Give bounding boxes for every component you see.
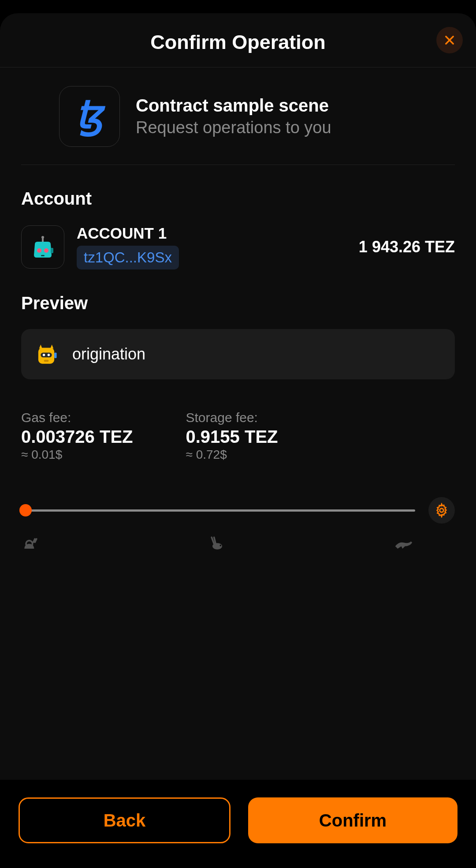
modal-title: Confirm Operation [150,31,326,54]
account-info: ACCOUNT 1 tz1QC...K9Sx [77,224,346,269]
back-button[interactable]: Back [19,797,231,843]
slider-thumb[interactable] [19,504,32,516]
storage-fee-col: Storage fee: 0.9155 TEZ ≈ 0.72$ [186,410,278,462]
modal-footer: Back Confirm [0,780,476,868]
storage-fee-label: Storage fee: [186,410,278,425]
preview-section-title: Preview [21,293,455,313]
fees-row: Gas fee: 0.003726 TEZ ≈ 0.01$ Storage fe… [21,410,455,462]
fee-slider-area [21,497,455,524]
snail-icon [21,534,41,554]
preview-operation-row[interactable]: origination [21,329,455,379]
account-balance: 1 943.26 TEZ [359,238,455,256]
svg-point-18 [220,545,222,546]
account-address-chip[interactable]: tz1QC...K9Sx [77,246,179,269]
dapp-name: Contract sample scene [136,96,331,116]
gas-fee-col: Gas fee: 0.003726 TEZ ≈ 0.01$ [21,410,133,462]
account-name: ACCOUNT 1 [77,224,346,242]
svg-rect-7 [41,255,45,256]
dapp-text: Contract sample scene Request operations… [136,96,331,137]
svg-point-12 [48,354,50,356]
dapp-icon: ꜩ [59,86,120,147]
gas-fee-label: Gas fee: [21,410,133,425]
slider-track [21,509,415,512]
modal-content: ꜩ Contract sample scene Request operatio… [0,67,476,780]
operation-avatar [33,340,60,368]
cheetah-icon [394,534,413,554]
svg-rect-13 [44,360,49,362]
svg-rect-14 [54,352,56,358]
speed-icons-row [21,534,415,554]
operation-type-label: origination [72,345,145,363]
fee-settings-button[interactable] [428,497,455,524]
account-section-title: Account [21,189,455,209]
dapp-info-row: ꜩ Contract sample scene Request operatio… [21,67,455,165]
svg-point-15 [440,509,444,513]
fee-slider[interactable] [21,509,415,512]
tezos-icon: ꜩ [67,94,112,138]
account-avatar [21,225,64,269]
gas-fee-usd: ≈ 0.01$ [21,448,133,462]
robot-yellow-icon [33,341,59,367]
rabbit-icon [208,534,227,554]
storage-fee-usd: ≈ 0.72$ [186,448,278,462]
gear-icon [434,503,449,518]
svg-text:ꜩ: ꜩ [76,94,106,137]
close-button[interactable] [436,27,463,53]
gas-fee-value: 0.003726 TEZ [21,427,133,447]
robot-avatar-icon [29,233,57,261]
dapp-subtitle: Request operations to you [136,118,331,137]
svg-rect-4 [42,238,44,242]
modal-header: Confirm Operation [0,13,476,67]
confirm-operation-modal: Confirm Operation ꜩ Contract sample scen… [0,13,476,868]
confirm-button[interactable]: Confirm [248,797,457,843]
svg-rect-8 [51,248,53,253]
close-icon [443,34,456,46]
svg-point-11 [43,354,45,356]
account-row: ACCOUNT 1 tz1QC...K9Sx 1 943.26 TEZ [21,224,455,269]
svg-point-5 [37,248,41,253]
svg-rect-10 [41,352,52,357]
storage-fee-value: 0.9155 TEZ [186,427,278,447]
svg-point-6 [44,248,48,253]
